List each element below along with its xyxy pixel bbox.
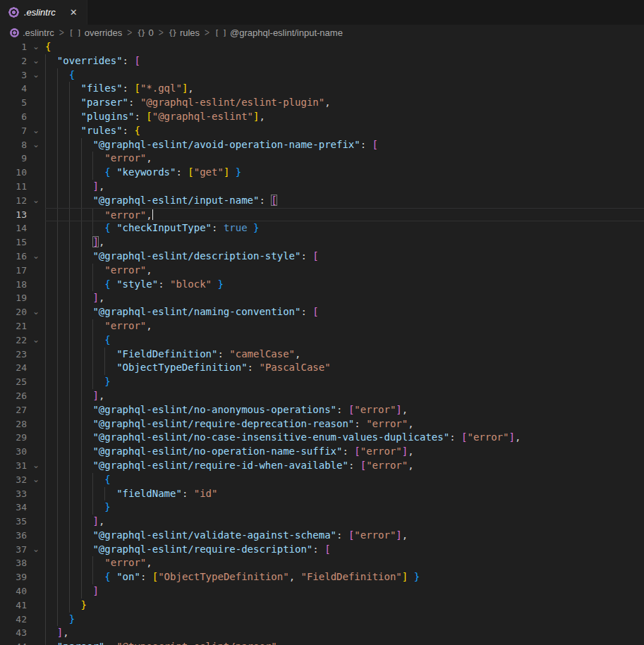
code-line[interactable]: 28 "@graphql-eslint/require-deprecation-… [0, 417, 644, 431]
code-line[interactable]: 17 "error", [0, 264, 644, 278]
fold-chevron-icon[interactable]: ⌄ [27, 194, 45, 208]
code-line[interactable]: 29 "@graphql-eslint/no-case-insensitive-… [0, 431, 644, 445]
line-number[interactable]: 33 [0, 487, 27, 501]
code-line[interactable]: 39 { "on": ["ObjectTypeDefinition", "Fie… [0, 570, 644, 584]
code-line[interactable]: 44 "parser": "@typescript-eslint/parser" [0, 640, 644, 645]
code-content[interactable]: "ObjectTypeDefinition": "PascalCase" [45, 361, 644, 375]
code-line[interactable]: 22⌄ { [0, 333, 644, 348]
line-number[interactable]: 31 [0, 459, 27, 473]
code-line[interactable]: 13 "error", [0, 208, 644, 222]
code-content[interactable]: "overrides": [ [45, 54, 644, 68]
code-line[interactable]: 11 ], [0, 180, 644, 194]
code-content[interactable]: "error", [45, 208, 644, 222]
code-line[interactable]: 35 ], [0, 515, 644, 529]
line-number[interactable]: 10 [0, 166, 27, 180]
line-number[interactable]: 20 [0, 305, 27, 319]
code-line[interactable]: 19 ], [0, 291, 644, 305]
line-number[interactable]: 26 [0, 389, 27, 403]
code-content[interactable]: ], [45, 291, 644, 305]
code-content[interactable]: ], [45, 235, 644, 250]
code-content[interactable]: ], [45, 626, 644, 640]
code-content[interactable]: "@graphql-eslint/validate-against-schema… [45, 529, 644, 543]
line-number[interactable]: 11 [0, 180, 27, 194]
code-line[interactable]: 1⌄{ [0, 40, 644, 54]
line-number[interactable]: 23 [0, 348, 27, 362]
fold-chevron-icon[interactable]: ⌄ [27, 54, 45, 68]
code-line[interactable]: 24 "ObjectTypeDefinition": "PascalCase" [0, 361, 644, 375]
line-number[interactable]: 17 [0, 264, 27, 278]
fold-chevron-icon[interactable]: ⌄ [27, 543, 45, 557]
code-line[interactable]: 40 ] [0, 584, 644, 598]
code-line[interactable]: 14 { "checkInputType": true } [0, 221, 644, 235]
code-line[interactable]: 10 { "keywords": ["get"] } [0, 166, 644, 180]
breadcrumb-item-rules[interactable]: {}rules [169, 27, 200, 38]
code-line[interactable]: 34 } [0, 500, 644, 515]
fold-chevron-icon[interactable]: ⌄ [27, 333, 45, 348]
code-content[interactable]: "parser": "@graphql-eslint/eslint-plugin… [45, 96, 644, 110]
code-content[interactable]: "@graphql-eslint/require-description": [ [45, 543, 644, 557]
line-number[interactable]: 43 [0, 626, 27, 640]
code-content[interactable]: } [45, 375, 644, 389]
code-content[interactable]: "@graphql-eslint/avoid-operation-name-pr… [45, 138, 644, 152]
code-content[interactable]: { [45, 40, 644, 54]
code-content[interactable]: "rules": { [45, 124, 644, 138]
code-line[interactable]: 25 } [0, 375, 644, 389]
line-number[interactable]: 14 [0, 221, 27, 235]
code-content[interactable]: "@graphql-eslint/no-case-insensitive-enu… [45, 431, 644, 445]
code-line[interactable]: 38 "error", [0, 556, 644, 570]
code-line[interactable]: 30 "@graphql-eslint/no-operation-name-su… [0, 445, 644, 459]
code-line[interactable]: 16⌄ "@graphql-eslint/description-style":… [0, 250, 644, 264]
line-number[interactable]: 37 [0, 543, 27, 557]
fold-chevron-icon[interactable]: ⌄ [27, 40, 45, 54]
code-line[interactable]: 33 "fieldName": "id" [0, 487, 644, 501]
close-icon[interactable]: ✕ [68, 6, 80, 18]
editor[interactable]: 1⌄{2⌄ "overrides": [3⌄ {4 "files": ["*.g… [0, 40, 644, 645]
line-number[interactable]: 40 [0, 584, 27, 598]
code-content[interactable]: } [45, 613, 644, 627]
line-number[interactable]: 44 [0, 640, 27, 645]
code-content[interactable]: "error", [45, 264, 644, 278]
code-content[interactable]: "parser": "@typescript-eslint/parser" [45, 640, 644, 645]
code-content[interactable]: "@graphql-eslint/description-style": [ [45, 250, 644, 264]
line-number[interactable]: 27 [0, 403, 27, 417]
line-number[interactable]: 15 [0, 235, 27, 250]
code-line[interactable]: 8⌄ "@graphql-eslint/avoid-operation-name… [0, 138, 644, 152]
code-content[interactable]: ], [45, 515, 644, 529]
code-content[interactable]: { "on": ["ObjectTypeDefinition", "FieldD… [45, 570, 644, 584]
code-content[interactable]: "@graphql-eslint/require-deprecation-rea… [45, 417, 644, 431]
line-number[interactable]: 1 [0, 40, 27, 54]
fold-chevron-icon[interactable]: ⌄ [27, 250, 45, 264]
code-line[interactable]: 15 ], [0, 235, 644, 250]
code-line[interactable]: 3⌄ { [0, 68, 644, 82]
line-number[interactable]: 29 [0, 431, 27, 445]
code-line[interactable]: 32⌄ { [0, 473, 644, 487]
code-line[interactable]: 41 } [0, 598, 644, 613]
code-content[interactable]: { [45, 333, 644, 348]
line-number[interactable]: 5 [0, 96, 27, 110]
line-number[interactable]: 21 [0, 319, 27, 333]
code-line[interactable]: 7⌄ "rules": { [0, 124, 644, 138]
code-content[interactable]: { "keywords": ["get"] } [45, 166, 644, 180]
line-number[interactable]: 39 [0, 570, 27, 584]
line-number[interactable]: 4 [0, 82, 27, 96]
line-number[interactable]: 22 [0, 333, 27, 348]
tab-eslintrc[interactable]: .eslintrc ✕ [0, 0, 87, 25]
line-number[interactable]: 8 [0, 138, 27, 152]
code-line[interactable]: 18 { "style": "block" } [0, 278, 644, 292]
code-line[interactable]: 6 "plugins": ["@graphql-eslint"], [0, 110, 644, 124]
code-line[interactable]: 5 "parser": "@graphql-eslint/eslint-plug… [0, 96, 644, 110]
code-line[interactable]: 27 "@graphql-eslint/no-anonymous-operati… [0, 403, 644, 417]
code-content[interactable]: "FieldDefinition": "camelCase", [45, 348, 644, 362]
code-line[interactable]: 42 } [0, 613, 644, 627]
code-content[interactable]: "error", [45, 319, 644, 333]
line-number[interactable]: 32 [0, 473, 27, 487]
breadcrumb-item-0[interactable]: {}0 [137, 27, 153, 38]
code-line[interactable]: 4 "files": ["*.gql"], [0, 82, 644, 96]
line-number[interactable]: 25 [0, 375, 27, 389]
line-number[interactable]: 6 [0, 110, 27, 124]
code-content[interactable]: "@graphql-eslint/no-anonymous-operations… [45, 403, 644, 417]
code-content[interactable]: "error", [45, 152, 644, 166]
line-number[interactable]: 42 [0, 613, 27, 627]
line-number[interactable]: 30 [0, 445, 27, 459]
code-content[interactable]: { "style": "block" } [45, 278, 644, 292]
